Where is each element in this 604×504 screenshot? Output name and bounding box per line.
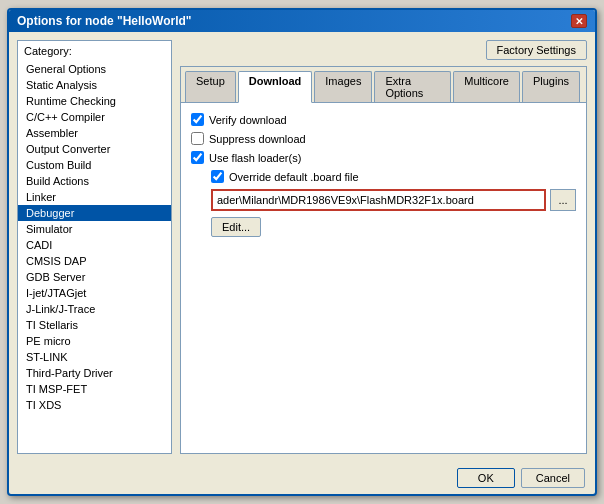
sidebar-item-ijet[interactable]: I-jet/JTAGjet — [18, 285, 171, 301]
dialog-body: Category: General Options Static Analysi… — [9, 32, 595, 462]
sidebar-item-cadi[interactable]: CADI — [18, 237, 171, 253]
board-file-row: ... — [211, 189, 576, 211]
sidebar-item-debugger[interactable]: Debugger — [18, 205, 171, 221]
factory-settings-button[interactable]: Factory Settings — [486, 40, 587, 60]
tab-plugins[interactable]: Plugins — [522, 71, 580, 102]
sidebar-item-build-actions[interactable]: Build Actions — [18, 173, 171, 189]
use-flash-loaders-label[interactable]: Use flash loader(s) — [209, 152, 301, 164]
sidebar-item-gdb-server[interactable]: GDB Server — [18, 269, 171, 285]
sidebar-item-jlink[interactable]: J-Link/J-Trace — [18, 301, 171, 317]
sidebar-item-general-options[interactable]: General Options — [18, 61, 171, 77]
edit-button[interactable]: Edit... — [211, 217, 261, 237]
category-sidebar: Category: General Options Static Analysi… — [17, 40, 172, 454]
factory-settings-row: Factory Settings — [180, 40, 587, 60]
suppress-download-row: Suppress download — [191, 132, 576, 145]
sidebar-item-output-converter[interactable]: Output Converter — [18, 141, 171, 157]
verify-download-label[interactable]: Verify download — [209, 114, 287, 126]
tab-download[interactable]: Download — [238, 71, 313, 103]
sidebar-item-linker[interactable]: Linker — [18, 189, 171, 205]
sidebar-item-runtime-checking[interactable]: Runtime Checking — [18, 93, 171, 109]
use-flash-loaders-checkbox[interactable] — [191, 151, 204, 164]
download-tab-content: Verify download Suppress download Use fl… — [181, 103, 586, 453]
sidebar-item-cpp-compiler[interactable]: C/C++ Compiler — [18, 109, 171, 125]
tab-images[interactable]: Images — [314, 71, 372, 102]
category-label: Category: — [18, 41, 171, 61]
use-flash-loaders-row: Use flash loader(s) — [191, 151, 576, 164]
sidebar-item-custom-build[interactable]: Custom Build — [18, 157, 171, 173]
board-file-input[interactable] — [211, 189, 546, 211]
sidebar-item-cmsis-dap[interactable]: CMSIS DAP — [18, 253, 171, 269]
suppress-download-label[interactable]: Suppress download — [209, 133, 306, 145]
verify-download-row: Verify download — [191, 113, 576, 126]
sidebar-item-pe-micro[interactable]: PE micro — [18, 333, 171, 349]
edit-row: Edit... — [211, 217, 576, 237]
dialog-footer: OK Cancel — [9, 462, 595, 494]
ok-button[interactable]: OK — [457, 468, 515, 488]
override-board-file-checkbox[interactable] — [211, 170, 224, 183]
browse-button[interactable]: ... — [550, 189, 576, 211]
title-bar: Options for node "HelloWorld" ✕ — [9, 10, 595, 32]
suppress-download-checkbox[interactable] — [191, 132, 204, 145]
sidebar-item-simulator[interactable]: Simulator — [18, 221, 171, 237]
sidebar-item-ti-xds[interactable]: TI XDS — [18, 397, 171, 413]
tab-bar: Setup Download Images Extra Options Mult… — [181, 67, 586, 103]
tab-multicore[interactable]: Multicore — [453, 71, 520, 102]
cancel-button[interactable]: Cancel — [521, 468, 585, 488]
sidebar-item-ti-msp-fet[interactable]: TI MSP-FET — [18, 381, 171, 397]
tab-setup[interactable]: Setup — [185, 71, 236, 102]
verify-download-checkbox[interactable] — [191, 113, 204, 126]
sidebar-item-third-party[interactable]: Third-Party Driver — [18, 365, 171, 381]
sidebar-item-static-analysis[interactable]: Static Analysis — [18, 77, 171, 93]
override-board-file-row: Override default .board file — [211, 170, 576, 183]
main-content: Factory Settings Setup Download Images E… — [180, 40, 587, 454]
sidebar-item-assembler[interactable]: Assembler — [18, 125, 171, 141]
sidebar-item-st-link[interactable]: ST-LINK — [18, 349, 171, 365]
options-dialog: Options for node "HelloWorld" ✕ Category… — [7, 8, 597, 496]
sidebar-item-ti-stellaris[interactable]: TI Stellaris — [18, 317, 171, 333]
dialog-title: Options for node "HelloWorld" — [17, 14, 191, 28]
override-board-file-label[interactable]: Override default .board file — [229, 171, 359, 183]
tab-extra-options[interactable]: Extra Options — [374, 71, 451, 102]
close-button[interactable]: ✕ — [571, 14, 587, 28]
content-panel: Setup Download Images Extra Options Mult… — [180, 66, 587, 454]
